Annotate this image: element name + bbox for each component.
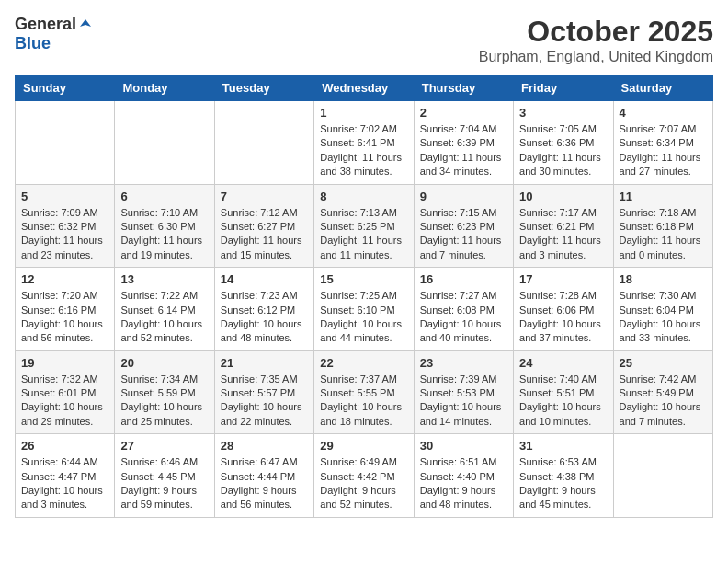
day-number: 31 <box>519 439 607 453</box>
col-saturday: Saturday <box>613 75 712 101</box>
calendar-cell: 29Sunrise: 6:49 AMSunset: 4:42 PMDayligh… <box>314 434 414 518</box>
day-info: Sunrise: 7:42 AMSunset: 5:49 PMDaylight:… <box>620 373 707 430</box>
month-title: October 2025 <box>479 15 713 49</box>
calendar-cell: 12Sunrise: 7:20 AMSunset: 6:16 PMDayligh… <box>16 268 115 351</box>
day-number: 24 <box>519 356 607 370</box>
col-monday: Monday <box>115 75 214 101</box>
day-info: Sunrise: 7:09 AMSunset: 6:32 PMDaylight:… <box>21 206 108 263</box>
logo-blue: Blue <box>15 34 51 52</box>
day-number: 3 <box>519 106 607 120</box>
day-info: Sunrise: 6:53 AMSunset: 4:38 PMDaylight:… <box>519 455 607 512</box>
day-info: Sunrise: 7:27 AMSunset: 6:08 PMDaylight:… <box>420 289 507 346</box>
calendar-cell <box>613 434 712 518</box>
day-info: Sunrise: 6:44 AMSunset: 4:47 PMDaylight:… <box>21 455 108 512</box>
svg-marker-0 <box>80 19 91 27</box>
calendar-cell: 1Sunrise: 7:02 AMSunset: 6:41 PMDaylight… <box>314 101 414 185</box>
day-info: Sunrise: 7:02 AMSunset: 6:41 PMDaylight:… <box>320 122 407 179</box>
calendar-cell: 4Sunrise: 7:07 AMSunset: 6:34 PMDaylight… <box>613 101 712 185</box>
location: Burpham, England, United Kingdom <box>479 49 713 65</box>
day-info: Sunrise: 6:51 AMSunset: 4:40 PMDaylight:… <box>420 455 507 512</box>
day-number: 27 <box>120 439 208 453</box>
day-info: Sunrise: 7:39 AMSunset: 5:53 PMDaylight:… <box>420 373 507 430</box>
calendar-cell: 30Sunrise: 6:51 AMSunset: 4:40 PMDayligh… <box>414 434 513 518</box>
calendar-cell: 13Sunrise: 7:22 AMSunset: 6:14 PMDayligh… <box>115 268 214 351</box>
day-number: 19 <box>21 356 108 370</box>
calendar-cell <box>214 101 313 185</box>
day-info: Sunrise: 7:35 AMSunset: 5:57 PMDaylight:… <box>221 373 308 430</box>
day-number: 17 <box>519 272 607 286</box>
day-info: Sunrise: 7:30 AMSunset: 6:04 PMDaylight:… <box>620 289 707 346</box>
calendar-cell: 23Sunrise: 7:39 AMSunset: 5:53 PMDayligh… <box>414 350 513 434</box>
title-block: October 2025 Burpham, England, United Ki… <box>479 15 713 65</box>
day-info: Sunrise: 7:23 AMSunset: 6:12 PMDaylight:… <box>221 289 308 346</box>
day-number: 1 <box>320 106 407 120</box>
col-wednesday: Wednesday <box>314 75 414 101</box>
calendar-cell: 10Sunrise: 7:17 AMSunset: 6:21 PMDayligh… <box>514 184 613 268</box>
col-sunday: Sunday <box>16 75 115 101</box>
day-number: 13 <box>120 272 208 286</box>
logo-general: General <box>15 15 76 34</box>
calendar-week-4: 19Sunrise: 7:32 AMSunset: 6:01 PMDayligh… <box>16 350 713 434</box>
day-info: Sunrise: 7:15 AMSunset: 6:23 PMDaylight:… <box>420 206 507 263</box>
calendar-table: Sunday Monday Tuesday Wednesday Thursday… <box>15 75 713 518</box>
calendar-cell: 8Sunrise: 7:13 AMSunset: 6:25 PMDaylight… <box>314 184 414 268</box>
calendar-cell: 18Sunrise: 7:30 AMSunset: 6:04 PMDayligh… <box>613 268 712 351</box>
day-number: 28 <box>221 439 308 453</box>
day-number: 8 <box>320 190 407 203</box>
day-info: Sunrise: 7:28 AMSunset: 6:06 PMDaylight:… <box>519 289 607 346</box>
day-number: 16 <box>420 272 507 286</box>
calendar-cell: 24Sunrise: 7:40 AMSunset: 5:51 PMDayligh… <box>514 350 613 434</box>
calendar-cell <box>16 101 115 185</box>
day-info: Sunrise: 6:46 AMSunset: 4:45 PMDaylight:… <box>120 455 208 512</box>
day-number: 12 <box>21 272 108 286</box>
day-info: Sunrise: 7:13 AMSunset: 6:25 PMDaylight:… <box>320 206 407 263</box>
day-info: Sunrise: 7:34 AMSunset: 5:59 PMDaylight:… <box>120 373 208 430</box>
calendar-cell: 2Sunrise: 7:04 AMSunset: 6:39 PMDaylight… <box>414 101 513 185</box>
day-number: 5 <box>21 190 108 203</box>
calendar-cell: 7Sunrise: 7:12 AMSunset: 6:27 PMDaylight… <box>214 184 313 268</box>
calendar-week-3: 12Sunrise: 7:20 AMSunset: 6:16 PMDayligh… <box>16 268 713 351</box>
day-number: 6 <box>120 190 208 203</box>
calendar-cell: 17Sunrise: 7:28 AMSunset: 6:06 PMDayligh… <box>514 268 613 351</box>
day-info: Sunrise: 6:47 AMSunset: 4:44 PMDaylight:… <box>221 455 308 512</box>
calendar-cell: 28Sunrise: 6:47 AMSunset: 4:44 PMDayligh… <box>214 434 313 518</box>
day-number: 30 <box>420 439 507 453</box>
calendar-cell: 25Sunrise: 7:42 AMSunset: 5:49 PMDayligh… <box>613 350 712 434</box>
calendar-cell: 31Sunrise: 6:53 AMSunset: 4:38 PMDayligh… <box>514 434 613 518</box>
day-info: Sunrise: 6:49 AMSunset: 4:42 PMDaylight:… <box>320 455 407 512</box>
logo: General Blue <box>15 15 93 53</box>
calendar-cell: 21Sunrise: 7:35 AMSunset: 5:57 PMDayligh… <box>214 350 313 434</box>
day-number: 25 <box>620 356 707 370</box>
day-number: 15 <box>320 272 407 286</box>
day-info: Sunrise: 7:40 AMSunset: 5:51 PMDaylight:… <box>519 373 607 430</box>
day-info: Sunrise: 7:05 AMSunset: 6:36 PMDaylight:… <box>519 122 607 179</box>
day-info: Sunrise: 7:07 AMSunset: 6:34 PMDaylight:… <box>620 122 707 179</box>
calendar-cell: 11Sunrise: 7:18 AMSunset: 6:18 PMDayligh… <box>613 184 712 268</box>
col-tuesday: Tuesday <box>214 75 313 101</box>
day-info: Sunrise: 7:22 AMSunset: 6:14 PMDaylight:… <box>120 289 208 346</box>
calendar-header-row: Sunday Monday Tuesday Wednesday Thursday… <box>16 75 713 101</box>
day-info: Sunrise: 7:20 AMSunset: 6:16 PMDaylight:… <box>21 289 108 346</box>
day-info: Sunrise: 7:32 AMSunset: 6:01 PMDaylight:… <box>21 373 108 430</box>
day-info: Sunrise: 7:12 AMSunset: 6:27 PMDaylight:… <box>221 206 308 263</box>
calendar-cell: 15Sunrise: 7:25 AMSunset: 6:10 PMDayligh… <box>314 268 414 351</box>
day-number: 23 <box>420 356 507 370</box>
calendar-cell: 20Sunrise: 7:34 AMSunset: 5:59 PMDayligh… <box>115 350 214 434</box>
day-info: Sunrise: 7:18 AMSunset: 6:18 PMDaylight:… <box>620 206 707 263</box>
col-friday: Friday <box>514 75 613 101</box>
logo-bird-icon <box>78 17 93 32</box>
day-number: 22 <box>320 356 407 370</box>
calendar-cell: 9Sunrise: 7:15 AMSunset: 6:23 PMDaylight… <box>414 184 513 268</box>
calendar-week-2: 5Sunrise: 7:09 AMSunset: 6:32 PMDaylight… <box>16 184 713 268</box>
day-number: 29 <box>320 439 407 453</box>
calendar-cell: 22Sunrise: 7:37 AMSunset: 5:55 PMDayligh… <box>314 350 414 434</box>
calendar-cell <box>115 101 214 185</box>
day-number: 18 <box>620 272 707 286</box>
page-header: General Blue October 2025 Burpham, Engla… <box>15 15 713 65</box>
calendar-cell: 16Sunrise: 7:27 AMSunset: 6:08 PMDayligh… <box>414 268 513 351</box>
day-info: Sunrise: 7:04 AMSunset: 6:39 PMDaylight:… <box>420 122 507 179</box>
calendar-cell: 5Sunrise: 7:09 AMSunset: 6:32 PMDaylight… <box>16 184 115 268</box>
day-number: 9 <box>420 190 507 203</box>
calendar-cell: 26Sunrise: 6:44 AMSunset: 4:47 PMDayligh… <box>16 434 115 518</box>
day-number: 2 <box>420 106 507 120</box>
